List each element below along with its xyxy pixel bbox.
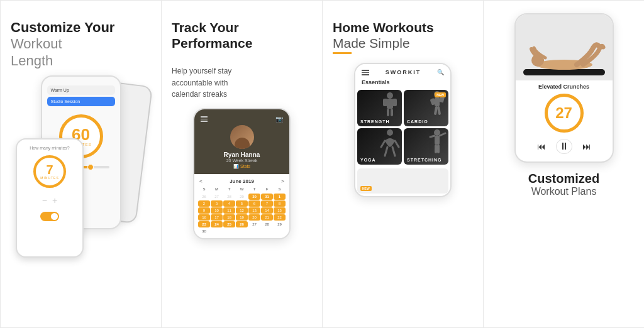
cal-row-2: 2 3 4 5 6 7 8 (198, 200, 286, 207)
exercise-illustration (520, 30, 608, 80)
heading-line3: Length (11, 53, 53, 68)
profile-name: Ryan Hanna (224, 151, 260, 158)
svg-point-17 (434, 129, 440, 136)
tile-label-stretching: STRETCHING (407, 158, 442, 162)
camera-icon[interactable]: 📷 (275, 116, 283, 123)
svg-line-19 (430, 136, 435, 137)
section-label: Essentials (355, 78, 450, 88)
track-heading-1: Track Your (172, 20, 239, 35)
panel-2-subheading: Help yourself stay accountable with cale… (172, 53, 231, 100)
tile-label-strength: STRENGTH (360, 119, 390, 124)
svg-rect-5 (391, 109, 393, 116)
svg-line-14 (395, 141, 399, 147)
cal-row-5: 23 24 25 26 27 28 29 (198, 221, 286, 227)
panel-track: Track Your Performance Help yourself sta… (161, 0, 322, 328)
tile-label-yoga: YOGA (360, 158, 376, 162)
heading-line1: Customize Your (11, 19, 114, 35)
avatar (230, 125, 254, 149)
cal-row-4: 16 17 18 19 20 21 22 (198, 214, 286, 221)
heading-underline (333, 52, 352, 54)
forward-button[interactable]: ⏭ (582, 141, 591, 151)
profile-streak: 20 Week Streak (226, 158, 258, 163)
media-controls: ⏮ ⏸ ⏭ (516, 135, 613, 161)
calendar-phone: 📷 Ryan Hanna 20 Week Streak 📊 Stats < Ju… (193, 108, 291, 239)
calendar-nav: < June 2019 > (198, 177, 286, 186)
option-warmup: Warm Up (47, 85, 115, 95)
workout-phone: SWORKIT 🔍 Essentials STRENGTH (354, 63, 452, 197)
svg-line-20 (440, 133, 445, 136)
home-heading-1: Home Workouts (333, 20, 434, 35)
svg-line-13 (381, 141, 385, 147)
heading-line2: Workout (11, 36, 62, 52)
hamburger-menu[interactable] (362, 70, 369, 75)
svg-rect-3 (392, 99, 397, 106)
panel-4-heading-2: Workout Plans (528, 186, 599, 197)
svg-rect-2 (383, 99, 387, 106)
bottom-text: Customized Workout Plans (528, 172, 599, 197)
calendar-section: < June 2019 > S M T W T F S 26 27 28 29 … (194, 174, 289, 238)
rewind-button[interactable]: ⏮ (537, 141, 546, 151)
phone-small: How many minutes? 7 MINUTES − + (16, 138, 84, 258)
phone-header: SWORKIT 🔍 (355, 64, 450, 78)
exercise-image (516, 14, 613, 80)
app-logo: SWORKIT (386, 69, 421, 75)
svg-point-12 (387, 129, 393, 136)
hamburger-icon[interactable] (201, 116, 208, 122)
next-month-btn[interactable]: > (281, 178, 284, 184)
panel-customize: Customize Your Workout Length Warm Up St… (0, 0, 161, 328)
svg-line-15 (385, 147, 387, 156)
tile-label-cardio: CARDIO (407, 119, 428, 124)
svg-rect-23 (523, 69, 605, 75)
panel-4-heading-1: Customized (528, 172, 599, 186)
slider-thumb[interactable] (87, 164, 94, 170)
panel-1-heading-3: Length (11, 53, 114, 69)
small-minutes-value: 7 (46, 163, 53, 176)
toggle-switch[interactable] (40, 212, 59, 221)
how-many-label: How many minutes? (30, 146, 69, 150)
yoga-silhouette (380, 129, 400, 157)
timer-display: 27 (516, 91, 613, 135)
panel-customized: Elevated Crunches 27 ⏮ ⏸ ⏭ Customized Wo… (483, 0, 644, 328)
pause-button[interactable]: ⏸ (556, 139, 572, 154)
panel-1-heading: Customize Your (11, 19, 114, 36)
calendar-header-row: S M T W T F S (198, 186, 286, 192)
calendar-month: June 2019 (230, 178, 254, 184)
stats-button[interactable]: 📊 Stats (233, 164, 250, 169)
tile-cardio[interactable]: NEW CARDIO (404, 90, 448, 126)
track-heading-2: Performance (172, 36, 252, 50)
cal-row-6: 30 (198, 228, 286, 234)
prev-month-btn[interactable]: < (199, 178, 203, 184)
svg-rect-22 (437, 145, 440, 153)
workout-options: Warm Up Studio Session (47, 85, 115, 108)
stretching-silhouette (428, 129, 447, 157)
svg-rect-1 (387, 99, 393, 109)
svg-line-16 (392, 147, 395, 156)
home-heading-2: Made Simple (333, 36, 410, 50)
new-label-badge: NEW (360, 186, 372, 191)
timer-value: 27 (555, 104, 572, 122)
plus-icon[interactable]: + (52, 195, 57, 205)
exercise-phone: Elevated Crunches 27 ⏮ ⏸ ⏭ (514, 13, 614, 163)
exercise-name-label: Elevated Crunches (516, 80, 613, 91)
tile-yoga[interactable]: YOGA (357, 128, 402, 165)
option-studio: Studio Session (47, 97, 115, 106)
panel-1-heading-2: Workout (11, 36, 114, 52)
svg-rect-21 (435, 145, 437, 153)
tile-strength[interactable]: STRENGTH (357, 90, 402, 126)
panel-3-heading: Home Workouts Made Simple (333, 19, 434, 51)
cal-row-1: 26 27 28 29 30 31 1 (198, 194, 286, 200)
search-icon[interactable]: 🔍 (437, 69, 444, 75)
svg-rect-18 (435, 136, 440, 145)
strength-silhouette (380, 92, 399, 119)
cal-row-3: 9 10 11 12 13 14 15 (198, 207, 286, 214)
profile-banner: 📷 Ryan Hanna 20 Week Streak 📊 Stats (194, 109, 289, 174)
svg-point-0 (387, 92, 393, 99)
svg-rect-4 (387, 109, 389, 116)
new-section-row: NEW (355, 167, 450, 196)
minus-icon[interactable]: − (42, 195, 47, 205)
timer-7: 7 MINUTES (33, 155, 66, 188)
tile-stretching[interactable]: STRETCHING (404, 128, 448, 165)
cardio-new-badge: NEW (435, 92, 446, 97)
panel-2-heading: Track Your Performance (172, 19, 252, 51)
svg-rect-11 (437, 106, 441, 115)
